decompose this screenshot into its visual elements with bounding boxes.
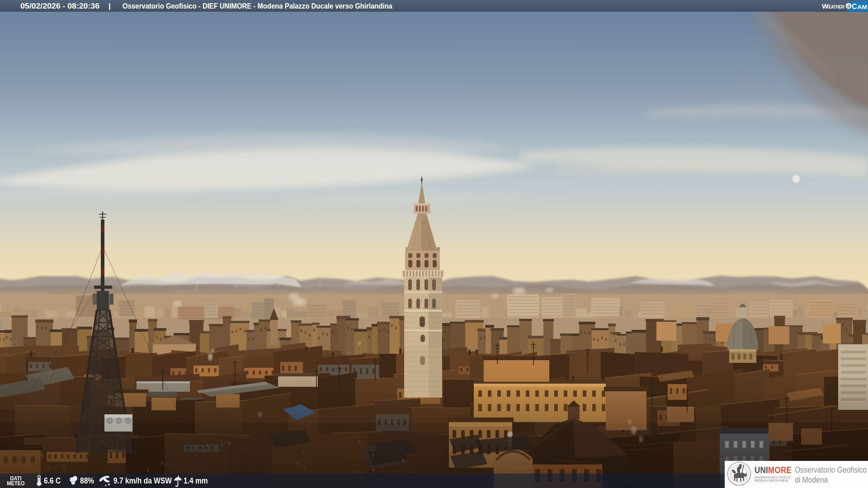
svg-text:EATHER: EATHER xyxy=(829,4,844,9)
svg-text:C: C xyxy=(852,3,857,10)
svg-text:MODENA E REGGIO EMILIA: MODENA E REGGIO EMILIA xyxy=(755,479,788,482)
svg-text:Osservatorio Geofisico: Osservatorio Geofisico xyxy=(795,466,867,475)
svg-text:AM: AM xyxy=(857,4,867,10)
svg-text:UNIVERSITÀ DEGLI STUDI DI: UNIVERSITÀ DEGLI STUDI DI xyxy=(755,475,790,479)
svg-text:UNIMORE: UNIMORE xyxy=(755,465,792,475)
svg-text:di Modena: di Modena xyxy=(795,476,828,485)
svg-text:W: W xyxy=(822,2,829,10)
